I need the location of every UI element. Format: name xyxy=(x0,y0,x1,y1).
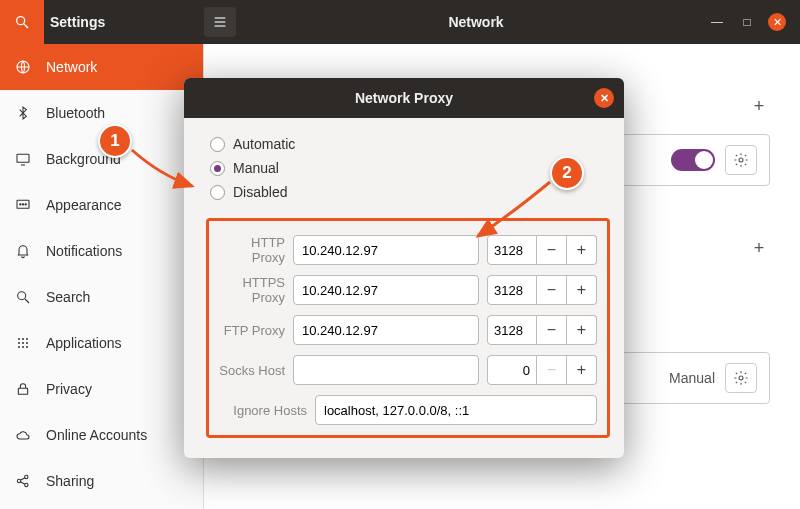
ftp-proxy-port-stepper: − + xyxy=(487,315,597,345)
add-vpn-button[interactable]: + xyxy=(748,237,770,259)
svg-point-20 xyxy=(22,346,24,348)
https-proxy-port-input[interactable] xyxy=(487,275,537,305)
svg-line-26 xyxy=(20,478,25,481)
https-proxy-port-stepper: − + xyxy=(487,275,597,305)
sidebar-item-notifications[interactable]: Notifications xyxy=(0,228,203,274)
sidebar-item-search[interactable]: Search xyxy=(0,274,203,320)
http-proxy-label: HTTP Proxy xyxy=(219,235,285,265)
radio-label: Automatic xyxy=(233,136,295,152)
proxy-settings-button[interactable] xyxy=(725,363,757,393)
sidebar-item-label: Network xyxy=(46,59,97,75)
search-icon xyxy=(14,288,32,306)
connection-settings-button[interactable] xyxy=(725,145,757,175)
gear-icon xyxy=(733,152,749,168)
socks-proxy-label: Socks Host xyxy=(219,363,285,378)
https-proxy-port-increment[interactable]: + xyxy=(567,275,597,305)
dialog-close-button[interactable]: ✕ xyxy=(594,88,614,108)
ignore-hosts-label: Ignore Hosts xyxy=(219,403,307,418)
http-proxy-port-increment[interactable]: + xyxy=(567,235,597,265)
svg-point-13 xyxy=(18,338,20,340)
http-proxy-port-input[interactable] xyxy=(487,235,537,265)
gear-icon xyxy=(733,370,749,386)
app-title: Settings xyxy=(44,14,204,30)
page-title: Network xyxy=(244,14,708,30)
radio-dot xyxy=(210,137,225,152)
svg-point-18 xyxy=(26,342,28,344)
maximize-button[interactable]: □ xyxy=(738,13,756,31)
ftp-proxy-port-input[interactable] xyxy=(487,315,537,345)
socks-proxy-port-input[interactable] xyxy=(487,355,537,385)
svg-rect-7 xyxy=(17,200,29,208)
sidebar-item-privacy[interactable]: Privacy xyxy=(0,366,203,412)
add-connection-button[interactable]: + xyxy=(748,95,770,117)
sidebar-item-sharing[interactable]: Sharing xyxy=(0,458,203,504)
radio-label: Manual xyxy=(233,160,279,176)
ftp-proxy-label: FTP Proxy xyxy=(219,323,285,338)
svg-rect-22 xyxy=(18,388,27,394)
ftp-proxy-port-decrement[interactable]: − xyxy=(537,315,567,345)
minimize-button[interactable]: — xyxy=(708,13,726,31)
sidebar-item-label: Bluetooth xyxy=(46,105,105,121)
grid-icon xyxy=(14,334,32,352)
socks-proxy-port-increment[interactable]: + xyxy=(567,355,597,385)
socks-proxy-port-stepper: − + xyxy=(487,355,597,385)
radio-dot xyxy=(210,185,225,200)
radio-dot xyxy=(210,161,225,176)
connection-toggle[interactable] xyxy=(671,149,715,171)
svg-line-12 xyxy=(25,299,29,303)
svg-point-0 xyxy=(17,17,25,25)
sidebar-item-appearance[interactable]: Appearance xyxy=(0,182,203,228)
search-button[interactable] xyxy=(0,0,44,44)
svg-line-27 xyxy=(20,482,25,485)
svg-point-21 xyxy=(26,346,28,348)
svg-point-16 xyxy=(18,342,20,344)
http-proxy-port-stepper: − + xyxy=(487,235,597,265)
annotation-marker-1: 1 xyxy=(98,124,132,158)
background-icon xyxy=(14,150,32,168)
svg-line-1 xyxy=(24,24,28,28)
http-proxy-row: HTTP Proxy − + xyxy=(219,235,597,265)
svg-point-9 xyxy=(22,204,23,205)
annotation-marker-2: 2 xyxy=(550,156,584,190)
radio-label: Disabled xyxy=(233,184,287,200)
ftp-proxy-row: FTP Proxy − + xyxy=(219,315,597,345)
sidebar-item-online-accounts[interactable]: Online Accounts xyxy=(0,412,203,458)
proxy-fields-highlight-frame: HTTP Proxy − + HTTPS Proxy − + FTP Pro xyxy=(206,218,610,438)
sidebar-item-label: Online Accounts xyxy=(46,427,147,443)
svg-point-15 xyxy=(26,338,28,340)
search-icon xyxy=(14,14,30,30)
svg-point-29 xyxy=(739,376,743,380)
dialog-title: Network Proxy ✕ xyxy=(184,78,624,118)
sidebar-item-label: Privacy xyxy=(46,381,92,397)
socks-proxy-port-decrement[interactable]: − xyxy=(537,355,567,385)
socks-proxy-host-input[interactable] xyxy=(293,355,479,385)
close-button[interactable]: ✕ xyxy=(768,13,786,31)
ignore-hosts-input[interactable] xyxy=(315,395,597,425)
ftp-proxy-host-input[interactable] xyxy=(293,315,479,345)
ignore-hosts-row: Ignore Hosts xyxy=(219,395,597,425)
appearance-icon xyxy=(14,196,32,214)
https-proxy-host-input[interactable] xyxy=(293,275,479,305)
bell-icon xyxy=(14,242,32,260)
proxy-mode-value: Manual xyxy=(669,370,715,386)
sidebar-item-label: Sharing xyxy=(46,473,94,489)
https-proxy-port-decrement[interactable]: − xyxy=(537,275,567,305)
socks-proxy-row: Socks Host − + xyxy=(219,355,597,385)
bluetooth-icon xyxy=(14,104,32,122)
sidebar-item-label: Search xyxy=(46,289,90,305)
lock-icon xyxy=(14,380,32,398)
hamburger-icon xyxy=(212,14,228,30)
radio-automatic[interactable]: Automatic xyxy=(210,136,610,152)
dialog-title-text: Network Proxy xyxy=(355,90,453,106)
svg-point-14 xyxy=(22,338,24,340)
titlebar: Settings Network — □ ✕ xyxy=(0,0,800,44)
ftp-proxy-port-increment[interactable]: + xyxy=(567,315,597,345)
http-proxy-host-input[interactable] xyxy=(293,235,479,265)
radio-disabled[interactable]: Disabled xyxy=(210,184,610,200)
sidebar-item-label: Applications xyxy=(46,335,122,351)
sidebar-item-network[interactable]: Network xyxy=(0,44,203,90)
http-proxy-port-decrement[interactable]: − xyxy=(537,235,567,265)
hamburger-button[interactable] xyxy=(204,7,236,37)
sidebar-item-applications[interactable]: Applications xyxy=(0,320,203,366)
close-icon: ✕ xyxy=(600,92,609,105)
